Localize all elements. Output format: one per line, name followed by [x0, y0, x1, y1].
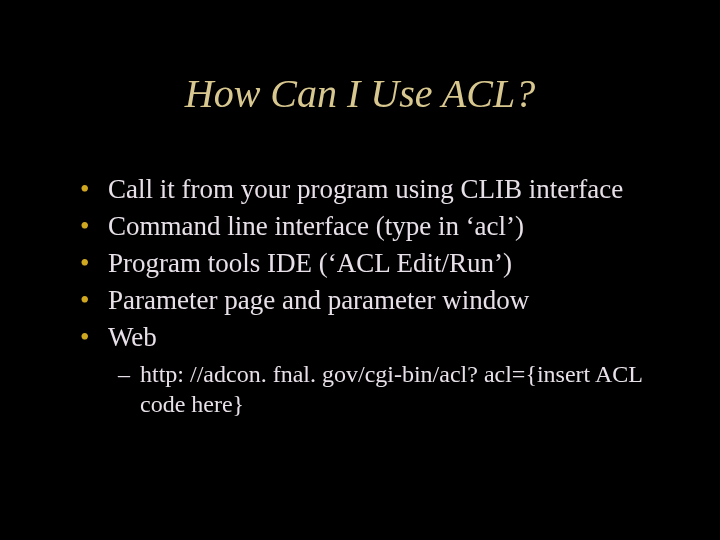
list-item: Parameter page and parameter window — [80, 283, 660, 318]
list-item: Command line interface (type in ‘acl’) — [80, 209, 660, 244]
list-item: Web http: //adcon. fnal. gov/cgi-bin/acl… — [80, 320, 660, 419]
list-item: Program tools IDE (‘ACL Edit/Run’) — [80, 246, 660, 281]
list-item-label: Web — [108, 322, 157, 352]
sub-bullet-list: http: //adcon. fnal. gov/cgi-bin/acl? ac… — [108, 359, 660, 419]
slide-title: How Can I Use ACL? — [60, 70, 660, 117]
slide: How Can I Use ACL? Call it from your pro… — [0, 0, 720, 540]
bullet-list: Call it from your program using CLIB int… — [60, 172, 660, 419]
list-item: Call it from your program using CLIB int… — [80, 172, 660, 207]
sub-list-item: http: //adcon. fnal. gov/cgi-bin/acl? ac… — [118, 359, 660, 419]
